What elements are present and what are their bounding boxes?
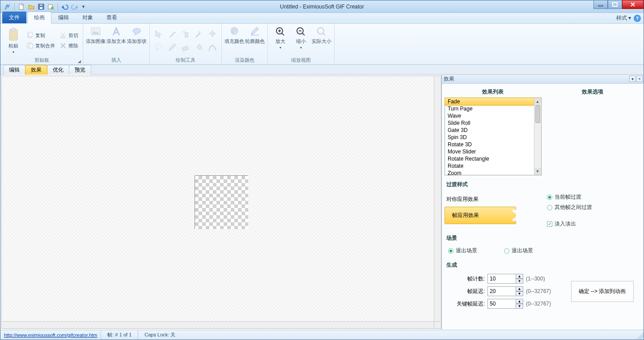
effects-listbox[interactable]: FadeTurn PageWaveSlide RollGate 3DSpin 3… bbox=[445, 98, 542, 175]
canvas-scrollbar-vertical[interactable] bbox=[434, 76, 441, 321]
paste-button[interactable]: 粘贴▾ bbox=[3, 26, 24, 56]
stroke-color-button[interactable]: 轮廓颜色 bbox=[245, 26, 265, 56]
effect-item[interactable]: Rotate 3D bbox=[445, 141, 541, 148]
scroll-thumb[interactable] bbox=[535, 105, 540, 123]
qat-open-icon[interactable] bbox=[27, 2, 36, 11]
radio-exit-scene-b[interactable]: 退出场景 bbox=[504, 246, 533, 256]
scroll-up-icon[interactable]: ▲ bbox=[534, 98, 541, 105]
svg-point-18 bbox=[133, 28, 141, 34]
group-label-zoom: 缩放视图 bbox=[271, 56, 331, 64]
svg-point-36 bbox=[318, 28, 324, 34]
zoom-actual-button[interactable]: 实际大小 bbox=[312, 26, 331, 56]
ribbon-tab-file[interactable]: 文件 bbox=[2, 12, 26, 23]
group-label-clipboard: 剪贴板 bbox=[34, 57, 49, 63]
key-delay-input[interactable]: ▲▼ bbox=[487, 299, 523, 309]
checkbox-fadeinout[interactable]: 淡入淡出 bbox=[547, 219, 641, 229]
spin-down-icon[interactable]: ▼ bbox=[516, 279, 523, 284]
erase-button[interactable]: 擦除 bbox=[58, 41, 80, 51]
tool-pencil-icon[interactable] bbox=[166, 41, 178, 54]
qat-export-icon[interactable] bbox=[47, 2, 55, 11]
wstab-optimize[interactable]: 优化 bbox=[47, 65, 69, 75]
effect-item[interactable]: Move Slider bbox=[445, 148, 541, 155]
panel-close-icon[interactable]: × bbox=[636, 76, 643, 82]
qat-redo-icon[interactable] bbox=[70, 2, 79, 11]
svg-point-28 bbox=[231, 27, 238, 34]
window-close-button[interactable] bbox=[622, 0, 644, 9]
tool-eraser-icon[interactable] bbox=[179, 41, 192, 54]
canvas-area[interactable] bbox=[1, 76, 441, 329]
ribbon-tab-view[interactable]: 查看 bbox=[100, 12, 124, 23]
status-url-link[interactable]: http://www.eximioussoft.com/gifcreator.h… bbox=[0, 332, 101, 338]
qat-customize-icon[interactable]: ▼ bbox=[80, 4, 87, 9]
scroll-down-icon[interactable]: ▼ bbox=[534, 168, 541, 175]
tool-brush-icon[interactable] bbox=[166, 28, 178, 40]
svg-rect-0 bbox=[19, 4, 23, 9]
add-shape-button[interactable]: 添加形状 bbox=[127, 26, 147, 56]
qat-app-icon[interactable] bbox=[3, 2, 12, 11]
fill-color-button[interactable]: 填充颜色 bbox=[225, 26, 244, 56]
effect-item[interactable]: Wave bbox=[445, 112, 541, 119]
copy-merge-button[interactable]: 复制合并 bbox=[25, 41, 57, 51]
svg-point-26 bbox=[208, 50, 210, 51]
add-image-button[interactable]: 添加图像 bbox=[86, 26, 106, 56]
copy-button[interactable]: 复制 bbox=[25, 30, 57, 40]
clipboard-launcher-icon[interactable]: ◢ bbox=[78, 59, 81, 64]
style-menu[interactable]: 样式 ▾ bbox=[616, 14, 631, 22]
ribbon-tab-object[interactable]: 对象 bbox=[76, 12, 100, 23]
spin-up-icon[interactable]: ▲ bbox=[516, 286, 523, 291]
spin-down-icon[interactable]: ▼ bbox=[516, 291, 523, 296]
tool-sparkle-icon[interactable] bbox=[206, 28, 219, 40]
ribbon-tab-edit[interactable]: 编辑 bbox=[51, 12, 76, 23]
tool-bucket-icon[interactable] bbox=[193, 41, 205, 54]
spin-up-icon[interactable]: ▲ bbox=[516, 299, 523, 304]
generate-header: 生成 bbox=[445, 259, 641, 270]
add-text-button[interactable]: 添加文本 bbox=[106, 26, 126, 56]
radio-other-frames[interactable]: 其他帧之间过渡 bbox=[547, 202, 641, 212]
qat-save-icon[interactable] bbox=[37, 2, 46, 11]
effects-list-header: 效果列表 bbox=[445, 86, 542, 98]
transition-header: 过渡样式 bbox=[445, 178, 641, 189]
apply-effect-button[interactable]: 帧应用效果 bbox=[445, 207, 516, 224]
spin-down-icon[interactable]: ▼ bbox=[516, 304, 523, 309]
frame-count-input[interactable]: ▲▼ bbox=[487, 274, 523, 284]
tool-select-icon[interactable] bbox=[153, 28, 165, 40]
svg-point-29 bbox=[233, 29, 234, 30]
tool-wand-icon[interactable] bbox=[193, 28, 205, 40]
effect-item[interactable]: Gate 3D bbox=[445, 127, 541, 134]
help-icon[interactable]: ? bbox=[634, 15, 641, 22]
effect-item[interactable]: Zoom bbox=[445, 170, 541, 177]
wstab-effect[interactable]: 效果 bbox=[25, 65, 47, 75]
spin-up-icon[interactable]: ▲ bbox=[516, 274, 523, 279]
frame-delay-input[interactable]: ▲▼ bbox=[487, 286, 523, 296]
tool-curve-icon[interactable] bbox=[206, 41, 219, 54]
cut-button[interactable]: 剪切 bbox=[58, 30, 80, 40]
wstab-edit[interactable]: 编辑 bbox=[3, 65, 25, 75]
window-maximize-button[interactable] bbox=[608, 0, 622, 9]
canvas-scrollbar-horizontal[interactable] bbox=[2, 321, 434, 328]
ok-add-button[interactable]: 确定 --> 添加到动画 bbox=[571, 281, 634, 302]
canvas-frame[interactable] bbox=[195, 175, 248, 229]
wstab-preview[interactable]: 预览 bbox=[69, 65, 91, 75]
resize-grip-icon[interactable] bbox=[636, 331, 644, 339]
radio-exit-scene-a[interactable]: 退出场景 bbox=[448, 246, 477, 256]
effect-item[interactable]: Fade bbox=[445, 98, 541, 106]
effect-item[interactable]: Slide Roll bbox=[445, 119, 541, 127]
scene-header: 场景 bbox=[445, 232, 641, 243]
effect-item[interactable]: Spin 3D bbox=[445, 134, 541, 141]
effect-item[interactable]: Rotate Rectangle bbox=[445, 155, 541, 162]
zoom-out-button[interactable]: 缩小▾ bbox=[291, 26, 311, 56]
zoom-in-button[interactable]: 放大▾ bbox=[271, 26, 290, 56]
effect-item[interactable]: Rotate bbox=[445, 162, 541, 170]
qat-new-icon[interactable] bbox=[17, 2, 26, 11]
tool-lasso-icon[interactable] bbox=[153, 41, 165, 54]
listbox-scrollbar[interactable]: ▲ ▼ bbox=[534, 98, 541, 175]
tool-spray-icon[interactable] bbox=[179, 28, 192, 40]
svg-rect-2 bbox=[40, 7, 42, 9]
radio-current-frame[interactable]: 当前帧过渡 bbox=[547, 192, 641, 202]
window-minimize-button[interactable] bbox=[593, 0, 608, 9]
ribbon-tab-draw[interactable]: 绘画 bbox=[27, 12, 51, 24]
panel-menu-icon[interactable]: ▾ bbox=[629, 76, 636, 82]
qat-undo-icon[interactable] bbox=[60, 2, 69, 11]
effect-item[interactable]: Turn Page bbox=[445, 105, 541, 112]
svg-rect-24 bbox=[182, 46, 188, 51]
